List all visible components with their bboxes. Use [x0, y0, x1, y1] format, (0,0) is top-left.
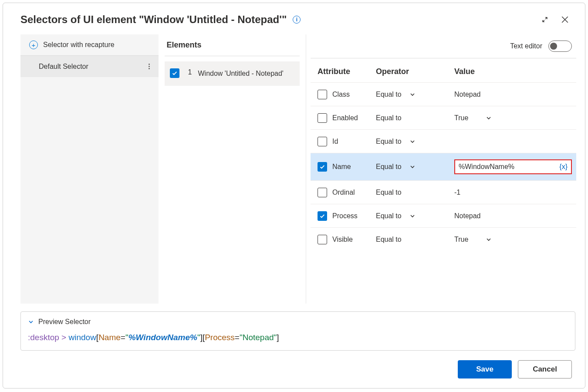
close-icon[interactable]: [558, 13, 572, 27]
attribute-row[interactable]: IdEqual to: [311, 129, 576, 153]
attribute-name: Class: [332, 91, 350, 98]
chevron-down-icon: [28, 319, 34, 325]
element-index: 1: [186, 68, 192, 76]
attribute-name: Name: [332, 163, 351, 171]
chevron-down-icon[interactable]: [409, 139, 416, 145]
expand-icon[interactable]: [538, 13, 552, 27]
selector-dialog: Selectors of UI element "Window 'Untitle…: [3, 3, 585, 389]
attribute-name: Enabled: [332, 114, 358, 122]
elements-header-label: Elements: [166, 41, 201, 50]
attribute-row[interactable]: VisibleEqual toTrue: [311, 227, 576, 251]
attribute-checkbox[interactable]: [318, 188, 327, 197]
attribute-table-header: Attribute Operator Value: [311, 58, 576, 82]
variable-picker-button[interactable]: {x}: [559, 163, 568, 171]
attribute-checkbox[interactable]: [318, 235, 327, 244]
text-editor-label: Text editor: [510, 42, 542, 50]
save-button[interactable]: Save: [458, 360, 512, 378]
attribute-name: Id: [332, 138, 338, 145]
attributes-toolbar: Text editor: [311, 34, 576, 58]
attribute-name: Ordinal: [332, 189, 355, 196]
value-text: Notepad: [454, 91, 481, 98]
attribute-checkbox[interactable]: [318, 90, 327, 99]
add-selector-label: Selector with recapture: [43, 41, 115, 49]
attribute-name: Process: [332, 212, 358, 220]
value-input[interactable]: %WindowName%{x}: [454, 159, 572, 174]
attribute-row[interactable]: ProcessEqual toNotepad: [311, 204, 576, 227]
element-row[interactable]: 1 Window 'Untitled - Notepad': [165, 61, 300, 86]
col-header-attribute: Attribute: [315, 67, 376, 76]
dialog-title: Selectors of UI element "Window 'Untitle…: [20, 14, 287, 26]
selector-item-label: Default Selector: [39, 63, 88, 71]
operator-label: Equal to: [376, 163, 402, 171]
value-text: Notepad: [454, 212, 481, 220]
chevron-down-icon[interactable]: [486, 115, 492, 121]
attribute-name: Visible: [332, 236, 353, 243]
value-text: True: [454, 114, 468, 122]
selector-list-item[interactable]: Default Selector: [20, 56, 159, 77]
attribute-table: Attribute Operator Value ClassEqual toNo…: [311, 58, 576, 251]
attribute-checkbox[interactable]: [318, 137, 327, 146]
chevron-down-icon[interactable]: [409, 91, 416, 98]
value-text: True: [454, 236, 468, 243]
attribute-checkbox[interactable]: [318, 211, 327, 221]
attribute-row[interactable]: OrdinalEqual to-1: [311, 180, 576, 204]
elements-panel: Elements 1 Window 'Untitled - Notepad': [159, 34, 306, 304]
preview-toggle[interactable]: Preview Selector: [28, 318, 568, 326]
col-header-operator: Operator: [376, 67, 454, 76]
more-vertical-icon[interactable]: [145, 62, 153, 71]
value-text: -1: [454, 189, 460, 196]
attributes-panel: Text editor Attribute Operator Value Cla…: [306, 34, 576, 304]
element-checkbox[interactable]: [170, 68, 179, 78]
cancel-button[interactable]: Cancel: [518, 360, 572, 378]
element-label: Window 'Untitled - Notepad': [198, 68, 283, 79]
dialog-header: Selectors of UI element "Window 'Untitle…: [3, 3, 585, 34]
info-icon[interactable]: i: [293, 16, 301, 24]
chevron-down-icon[interactable]: [409, 213, 416, 219]
selector-list-panel: + Selector with recapture Default Select…: [20, 34, 159, 304]
col-header-value: Value: [454, 67, 572, 76]
operator-label: Equal to: [376, 212, 402, 220]
attribute-checkbox[interactable]: [318, 162, 327, 172]
operator-label: Equal to: [376, 189, 402, 196]
operator-label: Equal to: [376, 91, 402, 98]
value-text: %WindowName%: [459, 163, 514, 171]
operator-label: Equal to: [376, 114, 402, 122]
operator-label: Equal to: [376, 236, 402, 243]
chevron-down-icon[interactable]: [409, 164, 416, 170]
operator-label: Equal to: [376, 138, 402, 145]
plus-circle-icon: +: [29, 41, 38, 49]
preview-selector-text: :desktop > window[Name="%WindowName%"][P…: [28, 333, 568, 342]
attribute-checkbox[interactable]: [318, 113, 327, 123]
preview-panel: Preview Selector :desktop > window[Name=…: [20, 311, 575, 351]
dialog-footer: Save Cancel: [3, 351, 585, 388]
attribute-row[interactable]: EnabledEqual toTrue: [311, 106, 576, 129]
elements-header: Elements: [165, 34, 300, 56]
add-selector-button[interactable]: + Selector with recapture: [20, 34, 159, 56]
chevron-down-icon[interactable]: [486, 237, 492, 243]
text-editor-toggle[interactable]: [548, 41, 572, 52]
attribute-row[interactable]: NameEqual to%WindowName%{x}: [311, 153, 576, 180]
preview-header-label: Preview Selector: [38, 318, 91, 326]
attribute-row[interactable]: ClassEqual toNotepad: [311, 82, 576, 106]
